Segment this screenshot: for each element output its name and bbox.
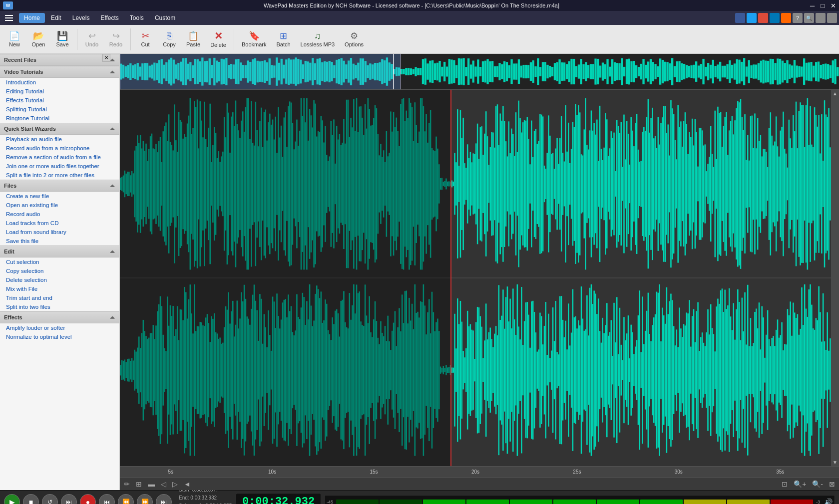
sidebar-item-playback[interactable]: Playback an audio file — [0, 135, 119, 144]
save-button[interactable]: 💾 Save — [51, 29, 74, 50]
sidebar-item-splitting-tutorial[interactable]: Splitting Tutorial — [0, 105, 119, 114]
sel-length: Sel Length: 0:00:19.255 — [179, 502, 233, 504]
sidebar-item-load-sound[interactable]: Load from sound library — [0, 228, 119, 237]
maximize-button[interactable]: □ — [821, 2, 825, 9]
zoom-tool-button[interactable]: ⊞ — [134, 479, 144, 489]
minimize-button[interactable]: ─ — [810, 2, 815, 9]
prev-button[interactable]: ⏮ — [99, 494, 115, 504]
toolbar-right-icons: ? 🔍 — [735, 13, 837, 23]
sidebar-item-editing-tutorial[interactable]: Editing Tutorial — [0, 87, 119, 96]
loop-button[interactable]: ↺ — [42, 494, 58, 504]
sidebar-item-ringtone-tutorial[interactable]: Ringtone Tutorial — [0, 114, 119, 123]
menu-levels[interactable]: Levels — [67, 13, 95, 23]
quick-start-section[interactable]: Quick Start Wizards ⏶ — [0, 123, 119, 135]
sidebar-item-save-file[interactable]: Save this file — [0, 237, 119, 246]
edit-label: Edit — [4, 249, 14, 254]
search-icon[interactable]: 🔍 — [804, 13, 814, 23]
sidebar-item-mix-with-file[interactable]: Mix with File — [0, 284, 119, 293]
titlebar-controls[interactable]: ─ □ ✕ — [810, 2, 836, 9]
delete-button[interactable]: ✕ Delete — [206, 28, 231, 50]
sidebar-item-record-audio[interactable]: Record audio — [0, 210, 119, 219]
zoom-in-button[interactable]: 🔍+ — [792, 479, 808, 489]
timeline-mark-25s: 25s — [526, 469, 628, 475]
sidebar-close-button[interactable]: ✕ — [102, 54, 110, 62]
sidebar-item-effects-tutorial[interactable]: Effects Tutorial — [0, 96, 119, 105]
menu-custom[interactable]: Custom — [150, 13, 180, 23]
social-icon-5[interactable] — [781, 13, 791, 23]
paste-button[interactable]: 📋 Paste — [182, 29, 205, 50]
overview-waveform[interactable] — [120, 54, 839, 90]
stop-button[interactable]: ■ — [23, 494, 39, 504]
sidebar-item-cut-selection[interactable]: Cut selection — [0, 257, 119, 266]
register-icon[interactable] — [816, 13, 826, 23]
sidebar-item-amplify[interactable]: Amplify louder or softer — [0, 323, 119, 332]
sidebar-item-normalize[interactable]: Normalize to optimal level — [0, 332, 119, 341]
delete-label: Delete — [210, 42, 226, 48]
main-waveform[interactable]: ▲ ▼ — [120, 90, 839, 466]
sidebar-item-delete-selection[interactable]: Delete selection — [0, 275, 119, 284]
files-section[interactable]: Files ⏶ — [0, 180, 119, 192]
menu-edit[interactable]: Edit — [46, 13, 66, 23]
select-all-button[interactable]: ▬ — [146, 479, 157, 489]
open-button[interactable]: 📂 Open — [27, 29, 50, 50]
tools-toolbar-group: 🔖 Bookmark ⊞ Batch ♫ Lossless MP3 ⚙ Opti… — [234, 29, 369, 50]
zoom-reset-button[interactable]: ⊠ — [827, 479, 837, 489]
waveform-area: ▲ ▼ 5s 10s 15s 20s 25s 30s 35s ✏ ⊞ ▬ ◁ ▷… — [120, 54, 839, 490]
sidebar-item-join-files[interactable]: Join one or more audio files together — [0, 162, 119, 171]
sidebar-item-copy-selection[interactable]: Copy selection — [0, 266, 119, 275]
recent-files-section[interactable]: Recent Files ⏶ — [0, 54, 119, 66]
hamburger-menu[interactable] — [2, 12, 16, 23]
scroll-left-button[interactable]: ◄ — [182, 479, 193, 489]
copy-button[interactable]: ⎘ Copy — [158, 29, 181, 50]
social-icon-2[interactable] — [747, 13, 757, 23]
sidebar-item-open-existing[interactable]: Open an existing file — [0, 201, 119, 210]
social-icon-3[interactable] — [758, 13, 768, 23]
timeline: 5s 10s 15s 20s 25s 30s 35s — [120, 466, 839, 477]
lossless-mp3-button[interactable]: ♫ Lossless MP3 — [296, 29, 339, 50]
sidebar-item-introduction[interactable]: Introduction — [0, 78, 119, 87]
sidebar-item-trim-start-end[interactable]: Trim start and end — [0, 293, 119, 302]
next-button[interactable]: ⏭ — [156, 494, 172, 504]
cut-button[interactable]: ✂ Cut — [134, 29, 157, 50]
menu-home[interactable]: Home — [19, 13, 45, 23]
scroll-down-arrow[interactable]: ▼ — [833, 460, 838, 465]
sidebar-item-load-tracks[interactable]: Load tracks from CD — [0, 219, 119, 228]
select-left-button[interactable]: ◁ — [159, 479, 168, 489]
level-bar-6 — [553, 500, 596, 504]
effects-section[interactable]: Effects ⏶ — [0, 311, 119, 323]
social-icon-4[interactable] — [770, 13, 780, 23]
redo-button[interactable]: ↪ Redo — [104, 29, 127, 50]
sidebar: ✕ Recent Files ⏶ Video Tutorials ⏶ Intro… — [0, 54, 120, 490]
sidebar-item-remove-section[interactable]: Remove a section of audio from a file — [0, 153, 119, 162]
video-tutorials-section[interactable]: Video Tutorials ⏶ — [0, 66, 119, 78]
menu-effects[interactable]: Effects — [95, 13, 123, 23]
update-icon[interactable] — [827, 13, 837, 23]
close-button[interactable]: ✕ — [831, 2, 836, 9]
sidebar-item-split-two-files[interactable]: Split into two files — [0, 302, 119, 311]
play-button[interactable]: ▶ — [4, 494, 20, 504]
undo-button[interactable]: ↩ Undo — [80, 29, 103, 50]
edit-section[interactable]: Edit ⏶ — [0, 246, 119, 257]
right-scrollbar[interactable]: ▲ ▼ — [831, 90, 839, 466]
record-button[interactable]: ● — [80, 494, 96, 504]
fast-forward-button[interactable]: ⏩ — [137, 494, 153, 504]
batch-icon: ⊞ — [280, 31, 287, 40]
zoom-fit-button[interactable]: ⊡ — [780, 479, 790, 489]
bookmark-button[interactable]: 🔖 Bookmark — [237, 29, 271, 50]
menu-tools[interactable]: Tools — [125, 13, 149, 23]
pencil-tool-button[interactable]: ✏ — [122, 479, 132, 489]
batch-button[interactable]: ⊞ Batch — [272, 29, 295, 50]
select-right-button[interactable]: ▷ — [170, 479, 180, 489]
options-button[interactable]: ⚙ Options — [340, 29, 368, 50]
social-icon-1[interactable] — [735, 13, 745, 23]
help-icon[interactable]: ? — [793, 13, 803, 23]
volume-icon[interactable]: 🔊 — [824, 498, 833, 504]
zoom-out-button[interactable]: 🔍- — [810, 479, 825, 489]
skip-to-end-button[interactable]: ⏭ — [61, 494, 77, 504]
sidebar-item-split-file[interactable]: Split a file into 2 or more other files — [0, 171, 119, 180]
new-button[interactable]: 📄 New — [3, 29, 26, 50]
rewind-button[interactable]: ⏪ — [118, 494, 134, 504]
sidebar-item-create-new[interactable]: Create a new file — [0, 192, 119, 201]
scroll-up-arrow[interactable]: ▲ — [833, 91, 838, 96]
sidebar-item-record-mic[interactable]: Record audio from a microphone — [0, 144, 119, 153]
